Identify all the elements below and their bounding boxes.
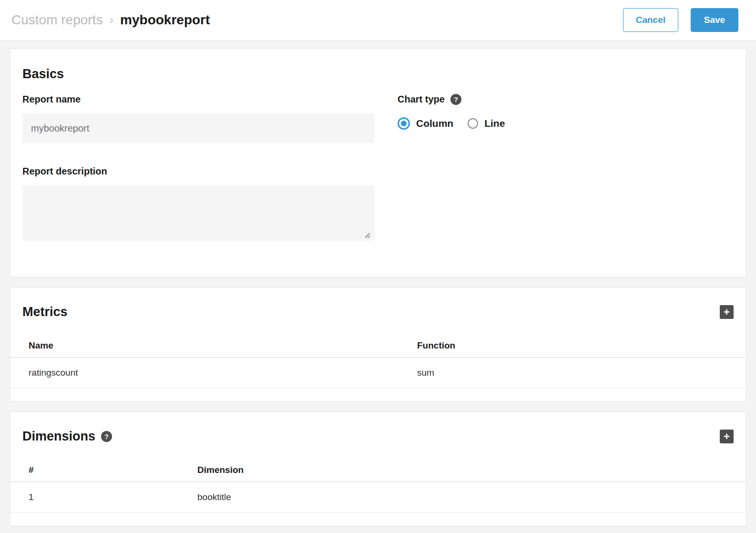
radio-icon[interactable] bbox=[398, 117, 410, 130]
radio-icon[interactable] bbox=[468, 118, 478, 129]
save-button[interactable]: Save bbox=[691, 8, 738, 32]
basics-left-column: Report name Report description bbox=[22, 94, 374, 241]
basics-right-column: Chart type ? Column Line bbox=[398, 94, 734, 241]
radio-label: Line bbox=[484, 118, 505, 129]
chevron-right-icon: › bbox=[109, 12, 113, 27]
metric-function-cell: sum bbox=[417, 368, 746, 378]
breadcrumb-current: mybookreport bbox=[120, 12, 210, 28]
metrics-table: Name Function ratingscount sum bbox=[10, 334, 746, 388]
metrics-table-header: Name Function bbox=[10, 334, 746, 358]
metric-name-cell: ratingscount bbox=[29, 368, 417, 378]
dimension-name-cell: booktitle bbox=[197, 492, 746, 502]
dimensions-col-index: # bbox=[29, 465, 197, 475]
report-description-textarea[interactable] bbox=[22, 185, 374, 241]
radio-label: Column bbox=[416, 118, 453, 129]
add-dimension-button[interactable]: + bbox=[720, 430, 734, 443]
chart-type-option-line[interactable]: Line bbox=[468, 118, 505, 129]
metrics-col-name: Name bbox=[29, 340, 417, 351]
chart-type-radio-group: Column Line bbox=[398, 117, 734, 130]
basics-card: Basics Report name Report description Ch… bbox=[10, 48, 746, 277]
dimension-index-cell: 1 bbox=[29, 492, 197, 502]
report-name-label: Report name bbox=[22, 94, 374, 105]
metrics-card: Metrics + Name Function ratingscount sum bbox=[10, 287, 746, 402]
table-row[interactable]: ratingscount sum bbox=[10, 358, 746, 388]
help-icon[interactable]: ? bbox=[101, 431, 112, 442]
metrics-col-function: Function bbox=[417, 340, 746, 351]
top-bar: Custom reports › mybookreport Cancel Sav… bbox=[0, 0, 756, 41]
chart-type-option-column[interactable]: Column bbox=[398, 117, 453, 130]
page-content: Basics Report name Report description Ch… bbox=[0, 41, 756, 526]
cancel-button[interactable]: Cancel bbox=[623, 8, 678, 32]
metrics-title: Metrics bbox=[22, 305, 68, 319]
report-name-input[interactable] bbox=[22, 113, 374, 143]
dimensions-table-header: # Dimension bbox=[10, 458, 746, 482]
chart-type-label: Chart type bbox=[398, 94, 445, 105]
dimensions-table: # Dimension 1 booktitle bbox=[10, 458, 746, 512]
header-actions: Cancel Save bbox=[623, 8, 738, 32]
report-description-label: Report description bbox=[22, 166, 374, 177]
dimensions-col-dimension: Dimension bbox=[197, 465, 746, 475]
dimensions-card: Dimensions ? + # Dimension 1 booktitle bbox=[10, 411, 746, 526]
add-metric-button[interactable]: + bbox=[720, 305, 734, 319]
breadcrumb-parent[interactable]: Custom reports bbox=[11, 12, 102, 28]
basics-title: Basics bbox=[22, 67, 64, 82]
breadcrumb: Custom reports › mybookreport bbox=[11, 12, 623, 28]
dimensions-title: Dimensions bbox=[22, 429, 95, 444]
help-icon[interactable]: ? bbox=[450, 94, 461, 105]
table-row[interactable]: 1 booktitle bbox=[10, 482, 746, 512]
